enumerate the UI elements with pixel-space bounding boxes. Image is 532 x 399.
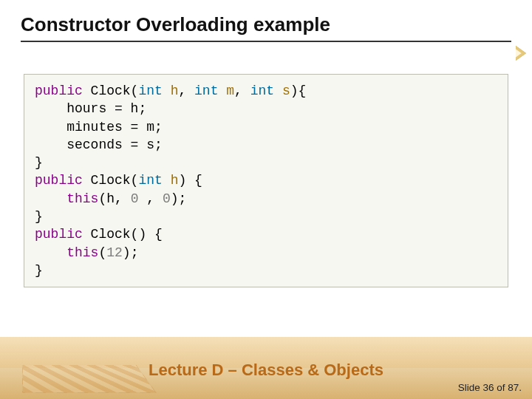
- decoration-arrow-icon: [516, 46, 526, 61]
- code-line-5: }: [35, 155, 43, 170]
- code-line-4: seconds = s;: [35, 137, 163, 152]
- code-line-8: }: [35, 209, 43, 224]
- code-line-7: this(h, 0 , 0);: [35, 191, 186, 206]
- code-line-11: }: [35, 263, 43, 278]
- slide: Constructor Overloading example public C…: [0, 0, 532, 399]
- footer: Lecture D – Classes & Objects Slide 36 o…: [0, 337, 532, 399]
- slide-title: Constructor Overloading example: [21, 13, 511, 42]
- code-line-9: public Clock() {: [35, 227, 163, 242]
- code-line-1: public Clock(int h, int m, int s){: [35, 83, 306, 98]
- code-line-6: public Clock(int h) {: [35, 173, 202, 188]
- slide-number: Slide 36 of 87.: [458, 382, 522, 393]
- code-line-3: minutes = m;: [35, 120, 163, 134]
- lecture-title: Lecture D – Classes & Objects: [0, 361, 532, 380]
- code-block: public Clock(int h, int m, int s){ hours…: [24, 74, 508, 287]
- code-line-10: this(12);: [35, 245, 138, 260]
- code-line-2: hours = h;: [35, 101, 146, 116]
